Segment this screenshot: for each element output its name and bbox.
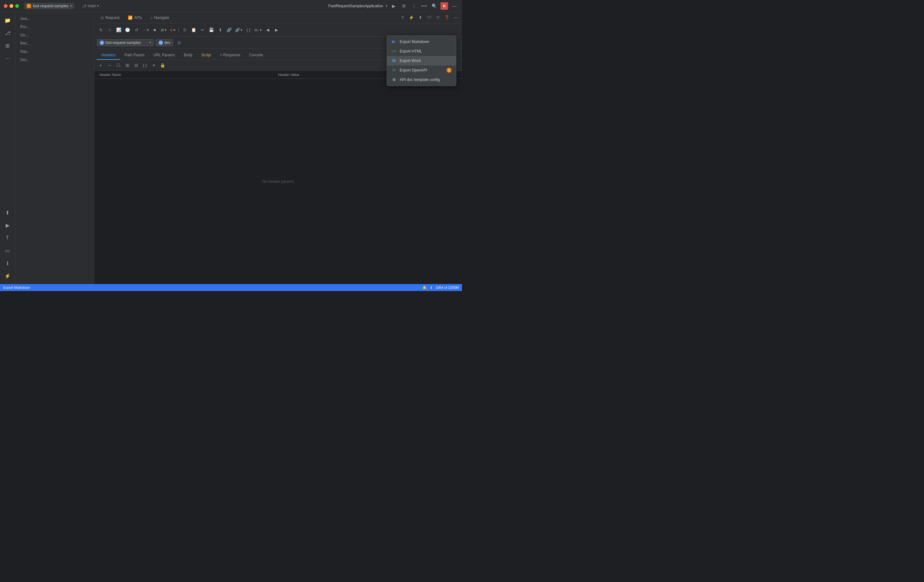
activity-grid-icon[interactable]: ⊞: [2, 40, 13, 51]
toolbar-undo-icon[interactable]: ↩: [198, 26, 207, 34]
toolbar-markdown-dropdown[interactable]: M↓ ▾: [253, 27, 263, 33]
activity-more-icon[interactable]: ⋯: [2, 53, 13, 64]
toggle-dropdown-icon[interactable]: ▽: [434, 14, 442, 21]
more-options-icon[interactable]: ⋮: [410, 2, 418, 10]
params-checkbox-icon[interactable]: ☐: [115, 62, 122, 69]
branch-name: main: [87, 4, 96, 8]
activity-upload-icon[interactable]: ⬆: [2, 207, 13, 218]
toolbar-copy-icon[interactable]: ⎘: [181, 26, 189, 34]
toolbar-format-icon[interactable]: { }: [244, 26, 252, 34]
tab-script[interactable]: Script: [197, 51, 216, 60]
menu-export-word[interactable]: W Export Word: [387, 56, 456, 66]
settings-icon[interactable]: ⚙: [400, 2, 408, 10]
toolbar-stop-icon[interactable]: ■: [151, 26, 159, 34]
menu-export-openapi[interactable]: ⟳ Export OpenAPI 1: [387, 66, 456, 75]
toolbar-send-dropdown[interactable]: → ▾: [141, 27, 150, 33]
env-chevron-icon: ▾: [149, 41, 151, 44]
toolbar-chart-icon[interactable]: 📊: [115, 26, 123, 34]
tab-path-param[interactable]: Path Param: [120, 51, 149, 60]
export-markdown-label: Export Markdown: [400, 40, 429, 44]
tab-headers[interactable]: Headers: [97, 51, 120, 60]
url-action-icon[interactable]: ⊙: [175, 39, 183, 47]
run-button[interactable]: ▶: [390, 2, 398, 10]
tab-request[interactable]: ⊙ Request: [97, 14, 124, 21]
statusbar-bell-icon[interactable]: 🔔: [422, 285, 427, 290]
menu-export-html[interactable]: </> Export HTML: [387, 46, 456, 56]
params-variable-icon[interactable]: {·}: [141, 62, 149, 69]
branch-selector[interactable]: ⎇ main ▾: [79, 3, 101, 9]
tab-response[interactable]: > Response: [216, 51, 244, 60]
sidebar-item-drop[interactable]: Dro...: [15, 56, 94, 64]
toolbar-refresh-icon[interactable]: ↻: [97, 26, 105, 34]
export-html-label: Export HTML: [400, 49, 422, 53]
activity-terminal-icon[interactable]: ▭: [2, 245, 13, 256]
search-icon[interactable]: 🔍: [431, 2, 438, 10]
dev-selector[interactable]: @ dev: [156, 39, 173, 46]
navigate-label: Navigate: [154, 15, 169, 20]
activity-info-icon[interactable]: ℹ: [2, 257, 13, 269]
translate-icon[interactable]: ⟺: [420, 2, 428, 10]
toolbar-star-icon[interactable]: ☆: [106, 26, 114, 34]
params-lock-icon[interactable]: 🔒: [159, 62, 167, 69]
toolbar-next-icon[interactable]: ▶: [272, 26, 280, 34]
toolbar-history-icon[interactable]: 🕐: [124, 26, 132, 34]
params-add-row-icon[interactable]: ⊞: [124, 62, 131, 69]
tab-navigate[interactable]: ○ Navigate: [147, 14, 173, 21]
toolbar-link-icon[interactable]: 🔗: [225, 26, 233, 34]
activity-folder-icon[interactable]: 📁: [2, 15, 13, 26]
sidebar-item-recent[interactable]: Rec...: [15, 39, 94, 48]
toolbar-clear-icon[interactable]: ↺: [132, 26, 140, 34]
profile-icon[interactable]: R: [441, 2, 448, 10]
activity-plugin-icon[interactable]: ⚡: [2, 270, 13, 282]
close-panel-icon[interactable]: —: [452, 14, 459, 21]
question-icon[interactable]: ?: [399, 14, 406, 21]
toolbar-link-dropdown[interactable]: 🔗 ▾: [234, 27, 244, 33]
activity-run-icon[interactable]: ▶: [2, 219, 13, 231]
params-align-icon[interactable]: ≡: [150, 62, 158, 69]
activity-build-icon[interactable]: T: [2, 232, 13, 244]
help-icon[interactable]: ❓: [443, 14, 450, 21]
params-remove-icon[interactable]: −: [106, 62, 113, 69]
dev-icon: @: [158, 41, 163, 45]
tab-apis[interactable]: 📶 APIs: [124, 14, 146, 21]
sidebar-item-search[interactable]: Sea...: [15, 15, 94, 23]
maximize-button[interactable]: [15, 4, 19, 8]
statusbar-line-info: 1064 of 3200M: [436, 285, 459, 289]
minimize-window-icon[interactable]: —: [450, 2, 458, 10]
sidebar-item-navigate[interactable]: Nav...: [15, 48, 94, 56]
export-word-label: Export Word: [400, 59, 421, 63]
project-selector[interactable]: f fast-request-samples ▾: [24, 3, 74, 9]
params-add-icon[interactable]: +: [97, 62, 104, 69]
close-button[interactable]: [4, 4, 8, 8]
statusbar-label: Export Markdown: [3, 285, 30, 289]
sidebar-item-go[interactable]: Go...: [15, 31, 94, 39]
toolbar-export-icon[interactable]: ⬇: [216, 26, 224, 34]
shield-icon[interactable]: 🛡: [425, 14, 433, 21]
menu-api-doc-template[interactable]: ⚙ API doc template config: [387, 75, 456, 84]
toolbar-grid-dropdown[interactable]: ⊞ ▾: [160, 27, 168, 33]
sidebar-item-project[interactable]: Pro...: [15, 23, 94, 31]
minimize-button[interactable]: [10, 4, 13, 8]
tab-console[interactable]: Console: [244, 51, 267, 60]
statusbar-info-icon[interactable]: ℹ: [431, 285, 432, 290]
toolbar-error-dropdown[interactable]: ⊗ ▾: [168, 27, 177, 33]
nav-tabs-bar: ⊙ Request 📶 APIs ○ Navigate ? ⚡ ⬆ 🛡 ▽ ❓ …: [94, 12, 462, 23]
toolbar-prev-icon[interactable]: ◀: [264, 26, 272, 34]
share-icon[interactable]: ⬆: [416, 14, 424, 21]
branch-chevron-icon: ▾: [97, 4, 99, 8]
toolbar-paste-icon[interactable]: 📋: [190, 26, 198, 34]
toolbar-save-icon[interactable]: 💾: [207, 26, 216, 34]
grid-dropdown-chevron: ▾: [165, 28, 167, 32]
activity-git-icon[interactable]: ⎇: [2, 27, 13, 39]
tab-url-params[interactable]: URL Params: [149, 51, 180, 60]
tab-body[interactable]: Body: [180, 51, 197, 60]
export-openapi-label: Export OpenAPI: [400, 68, 427, 73]
plugin-icon[interactable]: ⚡: [408, 14, 415, 21]
export-word-icon: W: [391, 58, 396, 63]
environment-selector[interactable]: @ fast-request-samples ▾: [97, 39, 154, 46]
params-table-icon[interactable]: ⊟: [132, 62, 140, 69]
menu-export-markdown[interactable]: M↓ Export Markdown: [387, 37, 456, 46]
send-dropdown-chevron: ▾: [147, 28, 149, 32]
error-icon: ⊗: [170, 28, 173, 32]
statusbar-left-item[interactable]: Export Markdown: [3, 285, 30, 289]
